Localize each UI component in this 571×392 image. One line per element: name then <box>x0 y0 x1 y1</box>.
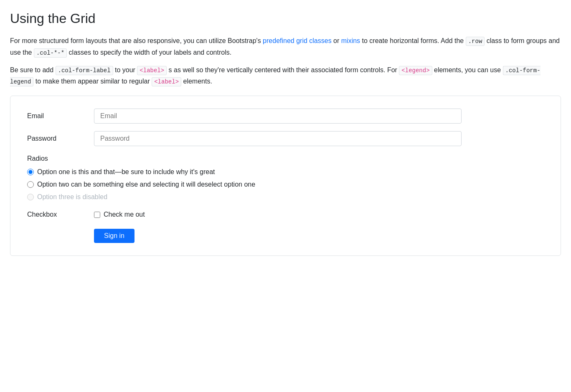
intro-text-before-link1: For more structured form layouts that ar… <box>10 37 263 44</box>
intro-p2-mid2: s as well so they're vertically centered… <box>167 66 399 73</box>
intro-text-mid2: classes to specify the width of your lab… <box>67 49 231 56</box>
legend-tag-code: <legend> <box>399 66 432 75</box>
radio-input-3 <box>27 194 34 200</box>
label-tag-code: <label> <box>137 66 167 75</box>
col-star-code: .col-*-* <box>34 48 67 58</box>
radio-label-3: Option three is disabled <box>37 192 107 202</box>
password-form-group: Password <box>27 131 544 146</box>
radio-label-2: Option two can be something else and sel… <box>37 180 255 190</box>
checkbox-label: Checkbox <box>27 210 94 220</box>
predefined-grid-classes-link[interactable]: predefined grid classes <box>263 37 332 44</box>
intro-p2-mid1: to your <box>113 66 137 73</box>
col-form-label-code: .col-form-label <box>56 66 113 75</box>
checkbox-text: Check me out <box>104 210 145 220</box>
email-input[interactable] <box>94 109 462 124</box>
sign-in-button[interactable]: Sign in <box>94 229 135 243</box>
label-tag2-code: <label> <box>152 77 181 86</box>
intro-text-between: or <box>332 37 341 44</box>
radios-legend: Radios <box>27 154 544 164</box>
row-code: .row <box>466 37 485 46</box>
checkbox-input[interactable] <box>94 212 100 218</box>
radio-option-1[interactable]: Option one is this and that—be sure to i… <box>27 167 544 177</box>
radios-group: Radios Option one is this and that—be su… <box>27 154 544 202</box>
password-label: Password <box>27 134 94 144</box>
demo-form-container: Email Password Radios Option one is this… <box>10 96 561 256</box>
intro-p2-end: elements. <box>181 78 212 85</box>
intro-paragraph-1: For more structured form layouts that ar… <box>10 35 561 58</box>
intro-p2-mid4: to make them appear similar to regular <box>33 78 152 85</box>
checkbox-group: Checkbox Check me out <box>27 210 544 220</box>
email-label: Email <box>27 111 94 121</box>
checkbox-inner[interactable]: Check me out <box>94 210 145 220</box>
radio-input-2[interactable] <box>27 181 34 188</box>
password-input[interactable] <box>94 131 462 146</box>
page-title: Using the Grid <box>10 8 561 28</box>
intro-paragraph-2: Be sure to add .col-form-label to your <… <box>10 64 561 88</box>
intro-text-after: to create horizontal forms. Add the <box>360 37 466 44</box>
intro-p2-before: Be sure to add <box>10 66 56 73</box>
radio-label-1: Option one is this and that—be sure to i… <box>37 167 215 177</box>
mixins-link[interactable]: mixins <box>341 37 360 44</box>
radio-option-3: Option three is disabled <box>27 192 544 202</box>
email-form-group: Email <box>27 109 544 124</box>
intro-p2-mid3: elements, you can use <box>432 66 503 73</box>
radio-option-2[interactable]: Option two can be something else and sel… <box>27 180 544 190</box>
radio-input-1[interactable] <box>27 169 34 175</box>
